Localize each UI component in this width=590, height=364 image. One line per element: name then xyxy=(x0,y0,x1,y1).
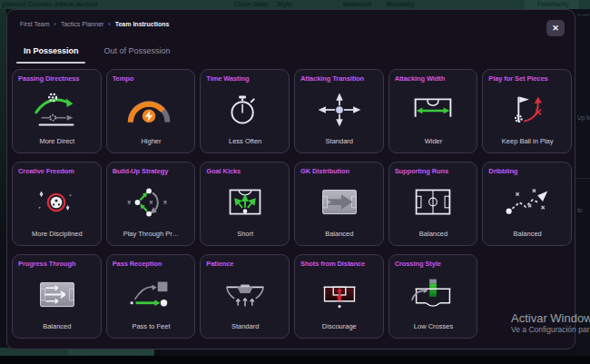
card-title: Shots from Distance xyxy=(300,260,379,268)
card-title: Attacking Width xyxy=(395,74,473,83)
card-title: GK Distribution xyxy=(300,167,379,175)
background-text-fragment: Familiarity xyxy=(537,1,569,7)
card-value: Balanced xyxy=(300,230,379,240)
tab-in-possession[interactable]: In Possession xyxy=(24,46,79,55)
background-text-fragment: Balanced xyxy=(343,1,371,7)
card-value: Play Through Pr… xyxy=(113,230,191,240)
transition-arrows-icon xyxy=(300,83,379,137)
card-title: Pass Reception xyxy=(113,260,191,268)
card-title: Supporting Runs xyxy=(395,167,473,175)
background-text-fragment: Style xyxy=(277,1,292,7)
breadcrumb: First Team›Tactics Planner›Team Instruct… xyxy=(20,21,169,27)
background-text-fragment: Up Mor xyxy=(577,114,590,121)
card-shots-from-distance[interactable]: Shots from Distance xyxy=(294,254,384,339)
card-title: Passing Directness xyxy=(18,74,96,83)
card-value: Balanced xyxy=(395,230,473,240)
card-title: Crossing Style xyxy=(395,260,473,268)
card-title: Goal Kicks xyxy=(206,167,284,175)
card-value: Pass to Feet xyxy=(113,322,191,332)
breadcrumb-tactics-planner[interactable]: Tactics Planner xyxy=(61,21,103,27)
card-title: Time Wasting xyxy=(206,74,284,83)
card-title: Build-Up Strategy xyxy=(113,167,191,175)
breadcrumb-first-team[interactable]: First Team xyxy=(20,21,50,27)
instructions-grid: Passing Directness More Direct Tempo xyxy=(12,69,572,339)
chevron-separator-icon: › xyxy=(108,21,110,27)
possession-tabs: In Possession Out of Possession xyxy=(24,46,171,55)
card-value: Balanced xyxy=(18,322,96,332)
card-progress-through[interactable]: Progress Through xyxy=(12,254,102,339)
background-text-fragment: planned Counter-Attack tactical xyxy=(2,1,97,7)
dribble-path-icon xyxy=(488,175,566,230)
active-tab-underline xyxy=(16,62,85,64)
team-instructions-dialog: First Team›Tactics Planner›Team Instruct… xyxy=(6,9,575,349)
card-title: Tempo xyxy=(113,74,191,83)
card-attacking-width[interactable]: Attacking Width Wider xyxy=(388,69,478,153)
background-text-fragment: – –– xyxy=(577,11,589,17)
close-button[interactable]: ✕ xyxy=(546,20,565,36)
card-title: Progress Through xyxy=(18,260,96,268)
background-top-strip: planned Counter-Attack tactical Clean Sl… xyxy=(0,0,590,9)
card-value: Discourage xyxy=(300,322,379,332)
background-left-strip xyxy=(0,9,6,349)
card-crossing-style[interactable]: Crossing Style Low Cro xyxy=(388,254,478,339)
patience-icon xyxy=(206,268,284,322)
goal-width-icon xyxy=(395,83,473,137)
card-tempo[interactable]: Tempo Higher xyxy=(106,69,196,153)
card-supporting-runs[interactable]: Supporting Runs Balanced xyxy=(388,162,478,246)
card-play-for-set-pieces[interactable]: Play for Set Pieces Keep Ball in Play xyxy=(482,69,572,153)
gk-distribution-icon xyxy=(300,175,379,230)
card-value: More Direct xyxy=(18,137,96,147)
stopwatch-icon xyxy=(206,83,284,137)
background-bottom-panel-inner xyxy=(68,349,154,355)
cross-goal-icon xyxy=(395,268,473,322)
background-text-fragment: Mentality xyxy=(387,1,414,7)
shot-goal-icon xyxy=(300,268,379,322)
card-creative-freedom[interactable]: Creative Freedom More Disciplined xyxy=(12,162,102,246)
build-up-icon xyxy=(113,175,191,230)
background-right-strip: – –– Up Mor to xyxy=(575,9,590,364)
card-passing-directness[interactable]: Passing Directness More Direct xyxy=(12,69,102,153)
card-value: Standard xyxy=(206,322,284,332)
passing-directness-icon xyxy=(18,83,96,137)
ball-ring-icon xyxy=(18,175,96,230)
goal-kick-icon xyxy=(206,175,284,230)
pitch-icon xyxy=(395,175,473,230)
background-text-fragment: to xyxy=(577,207,582,213)
card-value: Less Often xyxy=(206,137,284,147)
card-value: Keep Ball in Play xyxy=(488,137,566,147)
card-gk-distribution[interactable]: GK Distribution Balanced xyxy=(294,162,384,246)
card-attacking-transition[interactable]: Attacking Transition Standard xyxy=(294,69,384,153)
card-value: More Disciplined xyxy=(18,230,96,240)
breadcrumb-team-instructions: Team Instructions xyxy=(115,21,170,27)
chevron-separator-icon: › xyxy=(54,21,56,27)
card-title: Dribbling xyxy=(488,167,566,175)
corner-flag-icon xyxy=(488,83,566,137)
card-title: Play for Set Pieces xyxy=(488,74,566,83)
progress-arrows-icon xyxy=(18,268,96,322)
background-divider xyxy=(575,178,590,179)
background-bottom-bar xyxy=(0,356,590,364)
card-title: Patience xyxy=(206,260,284,268)
card-value: Low Crosses xyxy=(395,322,473,332)
card-value: Standard xyxy=(300,137,379,147)
card-pass-reception[interactable]: Pass Reception Pass to Feet xyxy=(106,254,196,339)
pass-reception-icon xyxy=(113,268,191,322)
card-value: Balanced xyxy=(488,230,566,240)
card-value: Higher xyxy=(113,137,191,147)
card-goal-kicks[interactable]: Goal Kicks Short xyxy=(200,162,290,246)
card-value: Wider xyxy=(395,137,473,147)
card-build-up-strategy[interactable]: Build-Up Strategy Play Through xyxy=(106,162,196,246)
tab-out-of-possession[interactable]: Out of Possession xyxy=(104,46,171,55)
background-text-fragment: Clean Slate xyxy=(234,1,269,7)
card-time-wasting[interactable]: Time Wasting Less Often xyxy=(200,69,290,153)
card-title: Attacking Transition xyxy=(300,74,379,83)
card-value: Short xyxy=(206,230,284,240)
tempo-gauge-icon xyxy=(113,83,191,137)
card-patience[interactable]: Patience Standard xyxy=(200,254,290,339)
card-dribbling[interactable]: Dribbling Balanced xyxy=(482,162,572,246)
card-title: Creative Freedom xyxy=(18,167,96,175)
close-icon: ✕ xyxy=(552,24,559,33)
